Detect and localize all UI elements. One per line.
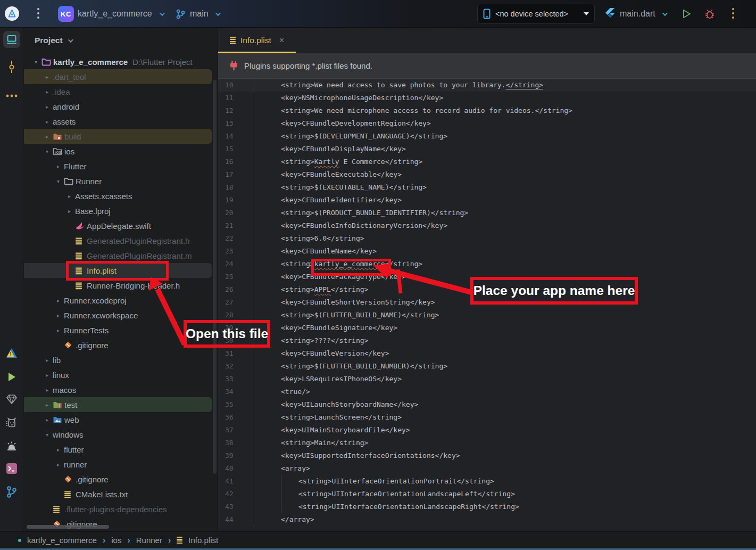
code-line-33[interactable]: 33<key>LSRequiresIPhoneOS</key> [218, 373, 756, 385]
code-line-40[interactable]: 40<array> [218, 462, 756, 475]
code-line-44[interactable]: 44</array> [218, 513, 756, 526]
expanded-arrow-icon[interactable]: ▾ [41, 432, 53, 438]
tree-item-linux[interactable]: ▸linux [24, 367, 218, 382]
breadcrumb-item-runner[interactable]: Runner [136, 536, 162, 545]
tree-item-runner[interactable]: ▸runner [24, 457, 218, 472]
code-line-43[interactable]: 43<string>UIInterfaceOrientationLandscap… [218, 500, 756, 513]
code-line-35[interactable]: 35<key>UILaunchStoryboardName</key> [218, 398, 756, 411]
code-editor[interactable]: 10<string>We need access to save photos … [218, 79, 756, 531]
project-panel-header[interactable]: Project [24, 28, 218, 53]
tree-item-generatedpluginregistrant-h[interactable]: GeneratedPluginRegistrant.h [24, 233, 218, 248]
code-line-22[interactable]: 22<string>6.0</string> [218, 232, 756, 245]
collapsed-arrow-icon[interactable]: ▸ [64, 193, 75, 199]
code-line-39[interactable]: 39<key>UISupportedInterfaceOrientations<… [218, 449, 756, 462]
code-line-14[interactable]: 14<string>$(DEVELOPMENT_LANGUAGE)</strin… [218, 130, 756, 143]
project-widget[interactable]: kartly_e_commerce [78, 0, 163, 28]
code-line-41[interactable]: 41<string>UIInterfaceOrientationPortrait… [218, 475, 756, 488]
collapsed-arrow-icon[interactable]: ▸ [53, 298, 64, 303]
more-tools-icon[interactable] [3, 87, 20, 104]
device-selector[interactable]: <no device selected> [477, 4, 595, 24]
run-button[interactable] [682, 0, 692, 28]
commit-tool-icon[interactable] [3, 59, 20, 76]
collapsed-arrow-icon[interactable]: ▸ [53, 313, 64, 318]
tree-item--gitignore[interactable]: .gitignore [24, 472, 218, 487]
android-studio-logo-icon[interactable] [5, 6, 19, 21]
project-avatar[interactable]: KC [58, 6, 74, 22]
tree-item-web[interactable]: ▸web [24, 412, 218, 427]
expanded-arrow-icon[interactable]: ▾ [30, 59, 41, 65]
flutter-inspector-icon[interactable] [3, 391, 20, 408]
collapsed-arrow-icon[interactable]: ▸ [41, 104, 53, 110]
collapsed-arrow-icon[interactable]: ▸ [53, 462, 64, 467]
code-line-29[interactable]: 29<key>CFBundleSignature</key> [218, 322, 756, 334]
tree-item--flutter-plugins-dependencies[interactable]: .flutter-plugins-dependencies [24, 502, 218, 516]
code-line-42[interactable]: 42<string>UIInterfaceOrientationLandscap… [218, 488, 756, 500]
more-actions-icon[interactable] [730, 8, 736, 19]
debug-button[interactable] [704, 0, 715, 28]
collapsed-arrow-icon[interactable]: ▸ [41, 402, 53, 408]
run-config-widget[interactable]: main.dart [604, 0, 666, 28]
collapsed-arrow-icon[interactable]: ▸ [41, 387, 53, 393]
expanded-arrow-icon[interactable]: ▾ [41, 149, 53, 154]
code-line-34[interactable]: 34<true/> [218, 385, 756, 398]
tree-vertical-scrollbar[interactable] [213, 80, 217, 474]
tree-item-lib[interactable]: ▸lib [24, 352, 218, 367]
collapsed-arrow-icon[interactable]: ▸ [64, 208, 75, 214]
tree-item--dart-tool[interactable]: ▸.dart_tool [24, 69, 212, 84]
code-line-16[interactable]: 16<string>Kartly E Commerce</string> [218, 155, 756, 168]
tree-item-android[interactable]: ▸android [24, 99, 218, 114]
version-control-icon[interactable] [3, 483, 20, 500]
code-line-12[interactable]: 12<string>We need microphone access to r… [218, 104, 756, 117]
tree-item-build[interactable]: ▸build [24, 129, 212, 144]
tree-item-macos[interactable]: ▸macos [24, 382, 218, 397]
code-line-30[interactable]: 30<string>????</string> [218, 334, 756, 347]
tree-item--gitignore[interactable]: .gitignore [24, 516, 218, 531]
tree-item-runner[interactable]: ▾Runner [24, 174, 218, 188]
code-line-38[interactable]: 38<string>Main</string> [218, 437, 756, 449]
project-tool-icon[interactable] [3, 31, 20, 48]
tree-item-cmakelists-txt[interactable]: CMakeLists.txt [24, 487, 218, 502]
tab-info-plist[interactable]: Info.plist × [218, 28, 293, 53]
code-line-15[interactable]: 15<key>CFBundleDisplayName</key> [218, 143, 756, 155]
tree-item-test[interactable]: ▸test [24, 397, 212, 412]
collapsed-arrow-icon[interactable]: ▸ [53, 163, 64, 169]
tree-item-ios[interactable]: ▾iOSios [24, 144, 218, 159]
code-line-28[interactable]: 28<string>$(FLUTTER_BUILD_NAME)</string> [218, 309, 756, 322]
collapsed-arrow-icon[interactable]: ▸ [41, 89, 53, 95]
code-line-20[interactable]: 20<string>$(PRODUCT_BUNDLE_IDENTIFIER)</… [218, 207, 756, 219]
code-line-19[interactable]: 19<key>CFBundleIdentifier</key> [218, 194, 756, 207]
collapsed-arrow-icon[interactable]: ▸ [41, 134, 53, 139]
run-tool-icon[interactable] [3, 368, 20, 385]
logcat-icon[interactable] [3, 414, 20, 431]
code-line-11[interactable]: 11<key>NSMicrophoneUsageDescription</key… [218, 92, 756, 104]
breadcrumb-item-ios[interactable]: ios [111, 536, 121, 545]
tree-item-runner-xcodeproj[interactable]: ▸Runner.xcodeproj [24, 293, 218, 308]
tree-item-flutter[interactable]: ▸Flutter [24, 159, 218, 174]
tree-item-flutter[interactable]: ▸flutter [24, 442, 218, 457]
code-line-10[interactable]: 10<string>We need access to save photos … [218, 79, 756, 92]
dart-analysis-icon[interactable]: ! [3, 344, 20, 362]
branch-widget[interactable]: main [176, 0, 219, 28]
collapsed-arrow-icon[interactable]: ▸ [41, 417, 53, 423]
collapsed-arrow-icon[interactable]: ▸ [41, 372, 53, 378]
tree-item-kartly-e-commerce[interactable]: ▾kartly_e_commerceD:\Flutter Project [24, 54, 218, 69]
code-line-23[interactable]: 23<key>CFBundleName</key> [218, 245, 756, 258]
tree-item-appdelegate-swift[interactable]: AppDelegate.swift [24, 218, 218, 233]
tree-item--idea[interactable]: ▸.idea [24, 84, 218, 99]
collapsed-arrow-icon[interactable]: ▸ [53, 447, 64, 453]
tree-item-assets-xcassets[interactable]: ▸Assets.xcassets [24, 188, 218, 203]
code-line-21[interactable]: 21<key>CFBundleInfoDictionaryVersion</ke… [218, 219, 756, 232]
collapsed-arrow-icon[interactable]: ▸ [41, 119, 53, 125]
collapsed-arrow-icon[interactable]: ▸ [41, 74, 53, 80]
tree-horizontal-scrollbar[interactable] [27, 525, 109, 529]
tree-item-assets[interactable]: ▸assets [24, 114, 218, 129]
tree-item-base-lproj[interactable]: ▸Base.lproj [24, 203, 218, 218]
code-line-18[interactable]: 18<string>$(EXECUTABLE_NAME)</string> [218, 181, 756, 194]
main-menu-icon[interactable] [35, 8, 41, 19]
code-line-31[interactable]: 31<key>CFBundleVersion</key> [218, 347, 756, 360]
terminal-icon[interactable] [3, 460, 20, 477]
collapsed-arrow-icon[interactable]: ▸ [53, 327, 64, 333]
code-line-36[interactable]: 36<string>LaunchScreen</string> [218, 411, 756, 424]
code-line-32[interactable]: 32<string>$(FLUTTER_BUILD_NUMBER)</strin… [218, 360, 756, 373]
expanded-arrow-icon[interactable]: ▾ [53, 178, 64, 184]
